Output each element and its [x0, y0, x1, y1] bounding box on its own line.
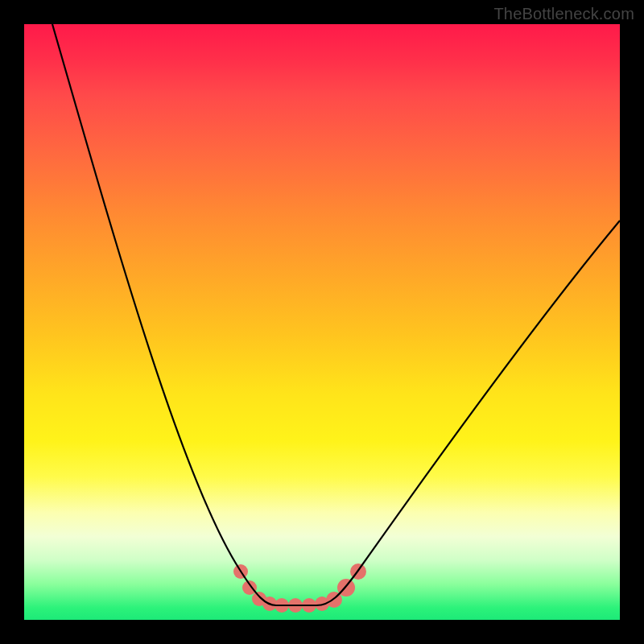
bottleneck-curve-svg	[24, 24, 620, 620]
bottleneck-curve	[52, 24, 620, 605]
chart-frame: TheBottleneck.com	[0, 0, 644, 644]
curve-marker	[242, 580, 257, 595]
plot-area	[24, 24, 620, 620]
watermark-label: TheBottleneck.com	[493, 5, 634, 23]
